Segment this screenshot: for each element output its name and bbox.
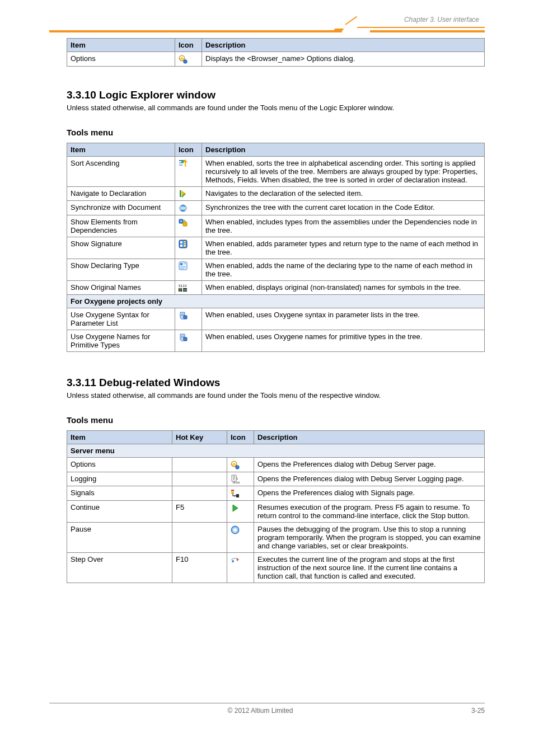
svg-rect-7 xyxy=(180,190,181,197)
sort-icon xyxy=(179,159,188,167)
svg-rect-21 xyxy=(180,266,186,267)
cell-desc: Navigates to the declaration of the sele… xyxy=(202,186,485,201)
svg-text:1: 1 xyxy=(236,477,238,480)
options-icon xyxy=(231,460,240,468)
cell-icon xyxy=(227,522,254,552)
cell-item: Show Elements from Dependencies xyxy=(67,215,175,237)
table-row: Show Elements from DependenciesWhen enab… xyxy=(67,215,485,237)
deps-icon xyxy=(179,218,188,226)
group-label: For Oxygene projects only xyxy=(67,295,485,308)
svg-point-35 xyxy=(236,466,239,469)
cell-icon xyxy=(227,500,254,522)
cell-item: Options xyxy=(67,52,175,67)
cell-hotkey xyxy=(172,522,227,552)
cell-hotkey xyxy=(172,486,227,501)
table-row: OptionsDisplays the <Browser_name> Optio… xyxy=(67,52,485,67)
svg-rect-10 xyxy=(180,220,182,222)
svg-rect-13 xyxy=(180,241,182,243)
cell-icon: O xyxy=(175,308,202,330)
cell-desc: When enabled, uses Oxygene syntax in par… xyxy=(202,308,485,330)
svg-text:5113: 5113 xyxy=(179,284,187,288)
header-rule xyxy=(49,29,485,35)
cell-icon xyxy=(175,52,202,67)
cell-item: Show Declaring Type xyxy=(67,259,175,280)
svg-rect-6 xyxy=(181,161,184,163)
svg-point-2 xyxy=(184,59,187,63)
cell-desc: Opens the Preferences dialog with Debug … xyxy=(254,472,485,486)
th-item: Item xyxy=(67,39,175,52)
svg-point-34 xyxy=(233,463,235,464)
cell-item: Use Oxygene Syntax for Parameter List xyxy=(67,308,175,330)
pause-icon xyxy=(231,525,240,533)
th-desc: Description xyxy=(254,431,485,444)
svg-rect-19 xyxy=(180,263,182,265)
svg-rect-40 xyxy=(231,492,234,494)
table-row: Show Declaring TypeWhen enabled, adds th… xyxy=(67,259,485,280)
svg-rect-28 xyxy=(186,289,186,291)
cell-desc: Pauses the debugging of the program. Use… xyxy=(254,522,485,552)
cell-icon xyxy=(175,156,202,186)
cell-item: Sort Ascending xyxy=(67,156,175,186)
section-sub-logic-explorer: Unless stated otherwise, all commands ar… xyxy=(67,104,485,112)
cell-icon: 5113 xyxy=(175,280,202,295)
table-debug: Item Hot Key Icon Description Server men… xyxy=(67,430,485,583)
cell-desc: Executes the current line of the program… xyxy=(254,552,485,583)
svg-point-44 xyxy=(232,560,234,562)
cell-item: Pause xyxy=(67,522,172,552)
cell-desc: When enabled, adds parameter types and r… xyxy=(202,237,485,259)
sync-icon xyxy=(179,203,188,212)
cell-item: Signals xyxy=(67,486,172,501)
cell-item: Options xyxy=(67,458,172,472)
svg-rect-41 xyxy=(236,494,239,497)
cell-item: Logging xyxy=(67,472,172,486)
table-continuation: Item Icon Description OptionsDisplays th… xyxy=(67,38,485,67)
svg-rect-20 xyxy=(184,263,186,264)
cell-desc: When enabled, adds the name of the decla… xyxy=(202,259,485,280)
oxy-param-icon: O xyxy=(179,311,188,319)
cell-desc: When enabled, uses Oxygene names for pri… xyxy=(202,330,485,352)
svg-text:O: O xyxy=(181,335,184,339)
cell-item: Synchronize with Document xyxy=(67,201,175,215)
cell-icon xyxy=(175,259,202,280)
svg-rect-27 xyxy=(185,289,185,291)
svg-rect-16 xyxy=(184,243,186,244)
cell-icon xyxy=(175,201,202,215)
cell-item: Show Signature xyxy=(67,237,175,259)
cell-desc: Synchronizes the tree with the current c… xyxy=(202,201,485,215)
table-row: ContinueF5Resumes execution of the progr… xyxy=(67,500,485,522)
cell-item: Navigate to Declaration xyxy=(67,186,175,201)
cell-desc: Opens the Preferences dialog with Debug … xyxy=(254,458,485,472)
cell-item: Use Oxygene Names for Primitive Types xyxy=(67,330,175,352)
nav-decl-icon xyxy=(179,189,188,198)
svg-rect-14 xyxy=(180,245,182,247)
table-row: SignalsOpens the Preferences dialog with… xyxy=(67,486,485,501)
section-h2-tools-1: Tools menu xyxy=(67,128,485,137)
table-row: Sort AscendingWhen enabled, sorts the tr… xyxy=(67,156,485,186)
table-group-row: Server menu xyxy=(67,444,485,458)
svg-rect-22 xyxy=(180,268,184,269)
table-row: PausePauses the debugging of the program… xyxy=(67,522,485,552)
page-footer: © 2012 Altium Limited 3-25 xyxy=(49,703,485,715)
table-row: Use Oxygene Syntax for Parameter ListOWh… xyxy=(67,308,485,330)
signals-icon xyxy=(231,489,240,497)
cell-hotkey xyxy=(172,472,227,486)
th-desc: Description xyxy=(202,143,485,156)
running-header: Chapter 3. User interface xyxy=(404,16,479,24)
cell-icon: O xyxy=(175,330,202,352)
th-icon: Icon xyxy=(175,143,202,156)
svg-rect-17 xyxy=(184,245,186,247)
svg-point-43 xyxy=(233,528,237,532)
sig-icon xyxy=(179,240,188,248)
oxy-prim-icon: O xyxy=(179,332,188,341)
cell-item: Show Original Names xyxy=(67,280,175,295)
cell-icon xyxy=(175,237,202,259)
svg-text:O: O xyxy=(181,313,184,317)
cell-desc: Opens the Preferences dialog with Signal… xyxy=(254,486,485,501)
table-row: Navigate to DeclarationNavigates to the … xyxy=(67,186,485,201)
svg-rect-5 xyxy=(179,165,182,166)
svg-point-1 xyxy=(181,57,182,58)
th-icon: Icon xyxy=(227,431,254,444)
decl-type-icon xyxy=(179,261,188,270)
svg-rect-26 xyxy=(184,289,184,291)
cell-icon: 110101 xyxy=(227,472,254,486)
